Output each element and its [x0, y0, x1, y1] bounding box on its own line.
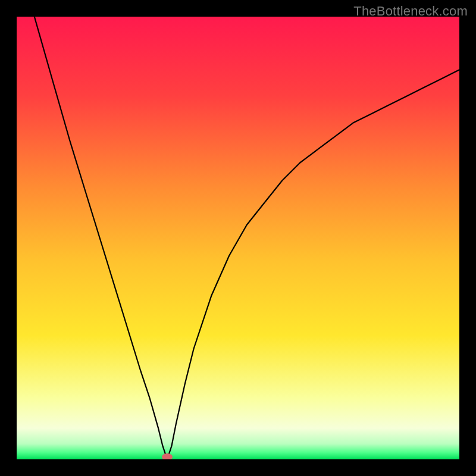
bottleneck-curve — [17, 17, 459, 459]
chart-frame: TheBottleneck.com — [0, 0, 476, 476]
plot-area — [17, 17, 459, 459]
optimal-marker — [162, 453, 173, 459]
